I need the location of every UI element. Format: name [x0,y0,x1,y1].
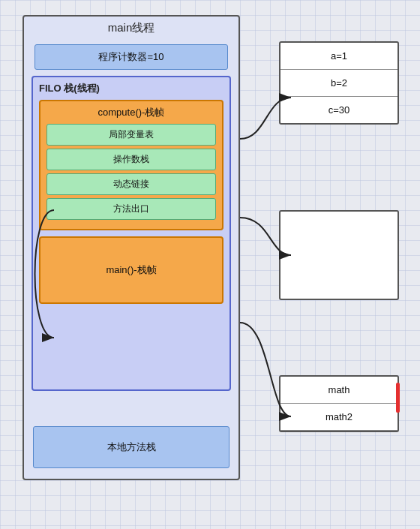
compute-frame-label: compute()-栈帧 [46,106,216,119]
program-counter: 程序计数器=10 [34,44,228,70]
var-c: c=30 [280,97,398,123]
var-math2: math2 [280,404,398,431]
filo-stack: FILO 栈(线程) compute()-栈帧 局部变量表 操作数栈 动态链接 … [32,76,231,391]
dynamic-link: 动态链接 [46,173,216,195]
var-b: b=2 [280,70,398,97]
main-frame-label: main()-栈帧 [106,263,156,277]
main-thread-label: main线程 [24,17,238,38]
variables-panel-mid [279,210,399,300]
variables-panel-bot: math math2 [279,375,399,432]
method-exit: 方法出口 [46,198,216,220]
variables-panel-top: a=1 b=2 c=30 [279,41,399,125]
local-var-table: 局部变量表 [46,124,216,146]
red-indicator [396,383,400,413]
var-a: a=1 [280,43,398,70]
main-frame: main()-栈帧 [39,236,224,304]
compute-frame: compute()-栈帧 局部变量表 操作数栈 动态链接 方法出口 [39,100,224,230]
filo-label: FILO 栈(线程) [39,82,224,95]
var-math: math [280,377,398,404]
local-method-stack: 本地方法栈 [33,426,230,468]
operand-stack: 操作数栈 [46,149,216,170]
main-thread-container: main线程 程序计数器=10 FILO 栈(线程) compute()-栈帧 … [22,15,240,480]
